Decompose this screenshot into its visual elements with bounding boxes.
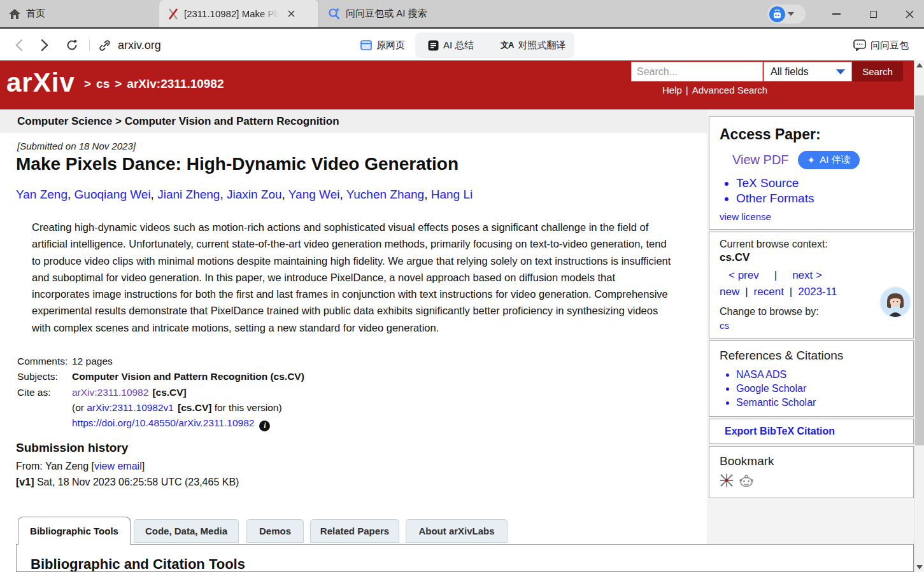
abstract-text: Creating high-dynamic videos such as mot…	[32, 219, 672, 336]
from-suffix: ]	[142, 461, 145, 471]
cite-label: Cite as:	[17, 387, 72, 398]
export-bibtex-link[interactable]: Export BibTeX Citation	[725, 426, 835, 436]
scroll-down-arrow[interactable]	[914, 562, 924, 572]
next-link[interactable]: next >	[792, 269, 822, 282]
forward-button[interactable]	[41, 30, 48, 60]
reload-button[interactable]	[66, 30, 78, 60]
help-link[interactable]: Help	[662, 85, 682, 95]
chat-bubble-icon	[853, 39, 866, 51]
arxiv-banner: arXiv > cs > arXiv:2311.10982 All fields…	[0, 60, 914, 109]
tab-about-arxivlabs[interactable]: About arXivLabs	[406, 519, 508, 543]
maximize-icon	[870, 11, 877, 18]
site-link-icon[interactable]	[99, 30, 111, 60]
recent-link[interactable]: recent	[754, 286, 784, 298]
cite-alt-prefix: (or	[72, 402, 87, 413]
meta-row-comments: Comments:12 pages	[17, 356, 72, 367]
tab-bibliographic-tools[interactable]: Bibliographic Tools	[18, 517, 131, 545]
address-url[interactable]: arxiv.org	[118, 30, 161, 60]
ai-companion-label: AI 伴读	[820, 154, 850, 166]
vertical-scrollbar[interactable]	[914, 60, 924, 572]
tab-home-label: 首页	[26, 8, 45, 20]
original-page-button[interactable]: 原网页	[360, 30, 405, 60]
prev-link[interactable]: < prev	[729, 269, 759, 282]
tab-related-papers[interactable]: Related Papers	[310, 519, 399, 543]
home-icon	[9, 9, 20, 19]
ask-doubao-label: 问问豆包	[871, 39, 909, 52]
author-link[interactable]: Yan Zeng	[16, 188, 68, 201]
window-maximize-button[interactable]	[862, 5, 884, 23]
side-translate-button[interactable]: 文A 对照式翻译	[501, 30, 565, 60]
tab-active-arxiv[interactable]: [2311.10982] Make Pix	[159, 0, 318, 27]
scroll-thumb[interactable]	[915, 95, 924, 445]
tab-code-data-media[interactable]: Code, Data, Media	[134, 519, 239, 543]
comments-label: Comments:	[17, 356, 72, 367]
ai-companion-button[interactable]: ✦ AI 伴读	[798, 151, 860, 169]
url-text: arxiv.org	[118, 39, 161, 52]
tab-home[interactable]: 首页	[0, 0, 159, 27]
connotea-icon[interactable]	[720, 473, 734, 487]
access-link[interactable]: TeX Source	[736, 176, 903, 190]
browse-cs-link[interactable]: cs	[720, 320, 729, 331]
reference-link[interactable]: NASA ADS	[736, 368, 903, 382]
chevron-down-icon	[836, 69, 845, 74]
search-input[interactable]	[631, 62, 763, 81]
reference-link[interactable]: Semantic Scholar	[736, 396, 903, 410]
ask-doubao-button[interactable]: 问问豆包	[853, 30, 909, 60]
meta-row-subjects: Subjects:Computer Vision and Pattern Rec…	[17, 371, 72, 382]
view-pdf-link[interactable]: View PDF	[732, 153, 789, 167]
access-link[interactable]: Other Formats	[736, 191, 903, 206]
browser-account-button[interactable]	[767, 4, 806, 24]
doi-link[interactable]: https://doi.org/10.48550/arXiv.2311.1098…	[72, 417, 254, 428]
sparkle-icon: ✦	[807, 155, 816, 166]
reference-link[interactable]: Google Scholar	[736, 382, 903, 396]
chevron-down-icon	[788, 12, 794, 16]
labs-heading: Bibliographic and Citation Tools	[31, 556, 245, 572]
author-link[interactable]: Yuchen Zhang	[346, 188, 425, 201]
cite-alt-id-link[interactable]: arXiv:2311.10982v1	[87, 402, 174, 413]
info-icon[interactable]: i	[259, 421, 270, 431]
ai-summary-button[interactable]: AI 总结	[428, 30, 474, 60]
export-bibtex-box: Export BibTeX Citation	[709, 419, 914, 444]
references-heading: References & Citations	[720, 349, 903, 363]
advanced-search-link[interactable]: Advanced Search	[692, 85, 767, 95]
author-link[interactable]: Hang Li	[431, 188, 473, 201]
translate-icon: 文A	[501, 39, 513, 51]
subject-breadcrumb: Computer Science > Computer Vision and P…	[0, 109, 707, 133]
scroll-up-arrow[interactable]	[914, 60, 924, 70]
tab-ai-search[interactable]: 问问豆包或 AI 搜索	[318, 0, 497, 27]
pipe-sep: |	[686, 85, 688, 95]
reddit-icon[interactable]	[739, 473, 754, 487]
ai-summary-label: AI 总结	[443, 39, 474, 52]
change-browse-label: Change to browse by:	[720, 306, 903, 317]
pipe-sep: |	[790, 286, 792, 298]
month-link[interactable]: 2023-11	[798, 286, 837, 298]
toolbar-divider	[89, 39, 90, 51]
author-link[interactable]: Yang Wei	[288, 188, 340, 201]
window-minimize-button[interactable]	[825, 5, 847, 23]
tab-close-icon[interactable]	[288, 10, 295, 17]
arxiv-logo[interactable]: arXiv	[6, 67, 75, 98]
access-paper-heading: Access Paper:	[720, 126, 903, 143]
author-link[interactable]: Jiaxin Zou	[227, 188, 282, 201]
references-citations-box: References & Citations NASA ADSGoogle Sc…	[709, 340, 914, 417]
author-link[interactable]: Jiani Zheng	[157, 188, 220, 201]
tab-demos[interactable]: Demos	[246, 519, 304, 543]
view-license-link[interactable]: view license	[720, 211, 771, 222]
back-button[interactable]	[15, 30, 23, 60]
banner-help-links: Help | Advanced Search	[662, 85, 767, 95]
search-field-select[interactable]: All fields	[764, 62, 852, 81]
view-email-link[interactable]: view email	[94, 461, 142, 471]
new-link[interactable]: new	[720, 286, 739, 298]
search-button[interactable]: Search	[852, 62, 903, 81]
prev-next-row: < prev | next >	[729, 269, 903, 282]
cite-id-link[interactable]: arXiv:2311.10982	[72, 387, 148, 398]
v1-label: [v1]	[16, 477, 34, 487]
browse-context-box: Current browse context: cs.CV < prev | n…	[709, 232, 914, 338]
cite-category: [cs.CV]	[152, 387, 186, 398]
submission-v1-line: [v1] Sat, 18 Nov 2023 06:25:58 UTC (23,4…	[16, 477, 239, 488]
browser-toolbar: arxiv.org 原网页 AI 总结 文A 对照式翻译 问问豆包	[0, 30, 924, 60]
window-close-button[interactable]	[899, 5, 920, 23]
assistant-avatar[interactable]	[881, 288, 910, 317]
author-link[interactable]: Guoqiang Wei	[75, 188, 151, 201]
breadcrumb-section-link[interactable]: cs	[96, 77, 110, 91]
